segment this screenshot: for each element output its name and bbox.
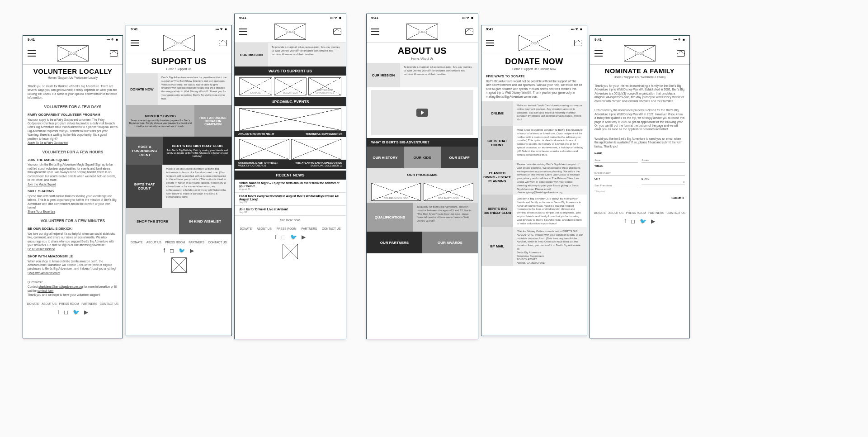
twitter-icon[interactable]: 🐦 (73, 309, 80, 315)
see-more-link[interactable]: See more news (235, 216, 346, 224)
youtube-icon[interactable]: ▶ (84, 309, 88, 315)
logo[interactable]: LOGO (57, 45, 89, 62)
breadcrumb[interactable]: Home / Support Us / Donate Now (481, 67, 587, 73)
share-link[interactable]: Share Your Expertise (28, 210, 55, 214)
hamburger-icon[interactable] (371, 28, 379, 35)
footer-link[interactable]: ABOUT US (42, 302, 57, 305)
hamburger-icon[interactable] (486, 40, 494, 46)
footer-link[interactable]: DONATE (594, 211, 606, 214)
mail-icon[interactable] (574, 40, 582, 46)
wishlist-tile[interactable]: IN-KIND WISHLIST (179, 208, 232, 234)
youtube-icon[interactable]: ▶ (190, 247, 194, 254)
join-link[interactable]: Join the Magic Squad (28, 183, 56, 186)
video-player[interactable] (371, 90, 473, 135)
birthday-club-tile[interactable]: BERT'S BIG BIRTHDAY CLUB Join Bert's Big… (163, 137, 231, 165)
footer-link[interactable]: PARTNERS (189, 241, 204, 244)
gifts-count-tile[interactable]: GIFTS THAT COUNT (126, 165, 162, 208)
twitter-icon[interactable]: 🐦 (179, 247, 185, 254)
twitter-icon[interactable]: 🐦 (290, 234, 297, 240)
kids-tile[interactable]: OUR KIDS (404, 147, 441, 168)
footer-link[interactable]: DONATE (240, 227, 252, 230)
youtube-icon[interactable]: ▶ (651, 218, 655, 224)
instagram-icon[interactable]: ◻ (631, 218, 635, 224)
footer-link[interactable]: CONTACT US (100, 302, 119, 305)
logo[interactable]: LOGO (519, 35, 550, 51)
footer-link[interactable]: CONTACT US (322, 227, 341, 230)
youtube-icon[interactable]: ▶ (302, 234, 306, 240)
event-image[interactable] (239, 139, 289, 160)
email-input[interactable] (594, 171, 685, 176)
partners-tile[interactable]: OUR PARTNERS (367, 232, 422, 253)
footer-link[interactable]: PARTNERS (648, 211, 664, 214)
mail-icon[interactable] (219, 40, 227, 46)
footer-link[interactable]: ABOUT US (146, 241, 161, 244)
mail-label[interactable]: BY MAIL (481, 227, 513, 266)
facebook-icon[interactable]: f (164, 247, 165, 254)
birthday-label[interactable]: BERT'S BIG BIRTHDAY CLUB (481, 195, 513, 227)
footer-link[interactable]: PRESS ROOM (165, 241, 185, 244)
news-item[interactable]: Join Us for Drive-In Live at Avalon!July… (235, 206, 346, 216)
planned-label[interactable]: PLANNED GIVING - ESTATE PLANNING (481, 160, 513, 195)
way-partner-tile[interactable]: PARTNERSHIP OPPORTUNITIES (308, 77, 341, 95)
monthly-giving-tile[interactable]: MONTHLY GIVING Setup a recurring monthly… (126, 105, 194, 137)
event-image[interactable] (291, 139, 341, 160)
footer-link[interactable]: DONATE (27, 302, 39, 305)
instagram-icon[interactable]: ◻ (170, 247, 174, 254)
host-event-tile[interactable]: HOST A FUNDRAISING EVENT (126, 137, 163, 165)
instagram-icon[interactable]: ◻ (281, 234, 286, 240)
footer-link[interactable]: PARTNERS (81, 302, 97, 305)
instagram-icon[interactable]: ◻ (64, 309, 68, 315)
logo[interactable]: LOGO (163, 35, 195, 51)
footer-link[interactable]: PRESS ROOM (277, 227, 297, 230)
breadcrumb[interactable]: Home / Support Us / Volunteer Locally (23, 76, 123, 82)
program-logo[interactable]: BBA FAIRY LOGO (424, 183, 473, 201)
breadcrumb[interactable]: Home / About Us (367, 57, 478, 63)
footer-link[interactable]: CONTACT US (667, 211, 686, 214)
logo[interactable]: LOGO (274, 24, 306, 40)
email-link[interactable]: sheridans@bertsbigadventure.org (38, 285, 83, 289)
news-item[interactable]: Eat at Moe's every Wednesday in August M… (235, 193, 346, 206)
footer-link[interactable]: CONTACT US (208, 241, 227, 244)
facebook-icon[interactable]: f (57, 309, 59, 315)
mail-icon[interactable] (333, 28, 341, 35)
hamburger-icon[interactable] (239, 28, 247, 35)
hamburger-icon[interactable] (28, 50, 36, 57)
state-select[interactable] (642, 180, 683, 185)
staff-tile[interactable]: OUR STAFF (441, 147, 478, 168)
hamburger-icon[interactable] (594, 50, 603, 57)
city-input[interactable] (594, 183, 638, 188)
twitter-icon[interactable]: 🐦 (640, 218, 646, 224)
breadcrumb[interactable]: Home / Support Us (126, 67, 231, 73)
contact-link[interactable]: contact form (38, 289, 54, 293)
mail-icon[interactable] (677, 50, 685, 57)
way-donate-tile[interactable]: DONATE (239, 77, 272, 95)
facebook-icon[interactable]: f (624, 218, 626, 224)
footer-link[interactable]: PARTNERS (301, 227, 317, 230)
online-label[interactable]: ONLINE (481, 101, 513, 126)
event-image[interactable] (239, 108, 341, 131)
history-tile[interactable]: OUR HISTORY (367, 147, 404, 168)
online-campaign-tile[interactable]: HOST AN ONLINE DONATION CAMPAIGN (194, 105, 231, 137)
news-item[interactable]: Virtual Noon to Night – Enjoy the sixth … (235, 180, 346, 193)
program-logo[interactable]: BBA REUNION LOGO (371, 183, 421, 201)
footer-link[interactable]: PRESS ROOM (59, 302, 79, 305)
event-row[interactable]: ONEDIGITAL DASH (VIRTUAL)WEEK OF OCTOBER… (235, 160, 346, 169)
breadcrumb[interactable]: Home / Support Us / Nominate a Family (590, 76, 689, 81)
awards-tile[interactable]: OUR AWARDS (422, 232, 478, 253)
donate-now-tile[interactable]: DONATE NOW (126, 73, 158, 105)
logo[interactable]: LOGO (624, 45, 656, 62)
amazon-link[interactable]: Shop with AmazonSmile! (28, 271, 60, 275)
first-name-input[interactable] (594, 158, 638, 163)
event-row[interactable]: AVALON'S NOON TO NIGHT THURSDAY, SEPTEMB… (235, 131, 346, 137)
gifts-label[interactable]: GIFTS THAT COUNT (481, 126, 513, 160)
footer-link[interactable]: ABOUT US (257, 227, 272, 230)
way-volunteer-tile[interactable]: VOLUNTEER (274, 77, 307, 95)
hamburger-icon[interactable] (131, 40, 139, 46)
logo[interactable]: LOGO (406, 24, 438, 40)
submit-button[interactable]: SUBMIT (671, 196, 685, 200)
shop-store-tile[interactable]: SHOP THE STORE (126, 208, 179, 234)
mail-icon[interactable] (465, 28, 473, 35)
footer-link[interactable]: DONATE (131, 241, 143, 244)
footer-link[interactable]: ABOUT US (609, 211, 623, 214)
footer-link[interactable]: PRESS ROOM (626, 211, 646, 214)
